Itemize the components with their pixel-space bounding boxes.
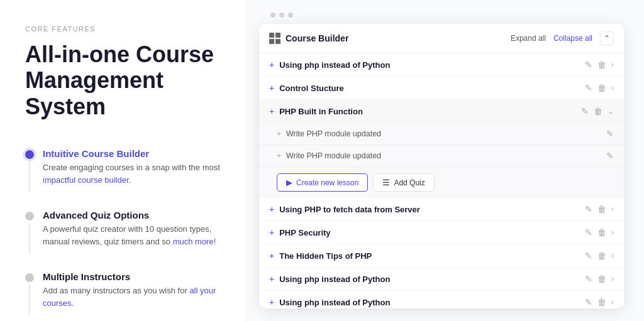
plus-icon-3: + bbox=[269, 106, 274, 116]
chevron-right-5[interactable]: › bbox=[611, 228, 614, 237]
feature-dot-1 bbox=[25, 150, 34, 159]
list-item: + Write PHP module updated ✎ bbox=[259, 123, 624, 145]
feature-line-3 bbox=[29, 285, 30, 315]
feature-dot-col-1 bbox=[25, 148, 34, 192]
edit-icon-8[interactable]: ✎ bbox=[585, 297, 592, 307]
chevron-right-2[interactable]: › bbox=[611, 84, 614, 92]
feature-desc-2: A powerful quiz creator with 10 question… bbox=[43, 223, 220, 248]
collapse-btn[interactable]: ⌃ bbox=[600, 31, 614, 45]
row-title-5: PHP Security bbox=[279, 228, 580, 237]
table-row: + Using PHP to fetch data from Server ✎ … bbox=[259, 198, 624, 221]
delete-icon-2[interactable]: 🗑 bbox=[597, 83, 606, 93]
feature-dot-3 bbox=[25, 273, 34, 282]
browser-dot-3 bbox=[288, 13, 293, 18]
sub-row-title-1: Write PHP module updated bbox=[286, 129, 601, 138]
feature-content-2: Advanced Quiz Options A powerful quiz cr… bbox=[43, 210, 220, 254]
create-lesson-button[interactable]: ▶ Create new lesson bbox=[277, 173, 368, 192]
table-row: + Using php instead of Python ✎ 🗑 › bbox=[259, 53, 624, 77]
table-row: + The Hidden Tips of PHP ✎ 🗑 › bbox=[259, 244, 624, 268]
table-row: + Using php instead of Python ✎ 🗑 › bbox=[259, 268, 624, 291]
cb-header-right: Expand all Collapse all ⌃ bbox=[511, 31, 614, 45]
browser-dot-1 bbox=[270, 13, 275, 18]
delete-icon-6[interactable]: 🗑 bbox=[597, 251, 606, 261]
feature-dot-2 bbox=[25, 212, 34, 220]
core-features-label: CORE FEATURES bbox=[25, 25, 220, 33]
edit-icon-6[interactable]: ✎ bbox=[585, 251, 592, 261]
feature-item-quiz[interactable]: Advanced Quiz Options A powerful quiz cr… bbox=[25, 201, 220, 263]
feature-item-intuitive[interactable]: Intuitive Course Builder Create engaging… bbox=[25, 139, 220, 201]
row-title-2: Control Stucture bbox=[279, 84, 580, 93]
row-title-3: PHP Built in Function bbox=[279, 107, 576, 116]
edit-icon-7[interactable]: ✎ bbox=[585, 274, 592, 284]
feature-item-instructors[interactable]: Multiple Instructors Add as many instruc… bbox=[25, 263, 220, 321]
cb-title: Course Builder bbox=[286, 33, 348, 43]
chevron-down-3[interactable]: ⌄ bbox=[608, 107, 614, 116]
row-actions-1: ✎ 🗑 › bbox=[585, 60, 614, 70]
feature-desc-highlight-1: impactful course builder. bbox=[43, 175, 131, 185]
feature-content-1: Intuitive Course Builder Create engaging… bbox=[43, 148, 220, 192]
row-title-1: Using php instead of Python bbox=[279, 60, 580, 70]
sub-edit-icon-1[interactable]: ✎ bbox=[606, 129, 614, 139]
row-title-6: The Hidden Tips of PHP bbox=[279, 251, 580, 261]
row-actions-6: ✎ 🗑 › bbox=[585, 251, 614, 261]
expand-all-link[interactable]: Expand all bbox=[511, 34, 546, 43]
delete-icon-5[interactable]: 🗑 bbox=[597, 227, 606, 237]
feature-dot-col-2 bbox=[25, 210, 34, 254]
feature-line-2 bbox=[29, 223, 30, 254]
edit-icon-1[interactable]: ✎ bbox=[585, 60, 592, 70]
plus-icon-7: + bbox=[269, 274, 274, 284]
sub-row-actions-2: ✎ bbox=[606, 151, 614, 161]
sub-edit-icon-2[interactable]: ✎ bbox=[606, 151, 614, 161]
quiz-icon: ☰ bbox=[382, 178, 390, 187]
list-item: + Write PHP module updated ✎ bbox=[259, 145, 624, 167]
plus-icon-8: + bbox=[269, 297, 274, 307]
sub-row-title-2: Write PHP module updated bbox=[286, 151, 601, 160]
delete-icon-3[interactable]: 🗑 bbox=[594, 106, 602, 116]
chevron-right-8[interactable]: › bbox=[611, 298, 614, 307]
plus-icon-1: + bbox=[269, 60, 274, 70]
browser-dot-2 bbox=[279, 13, 284, 18]
collapse-all-link[interactable]: Collapse all bbox=[553, 34, 592, 43]
delete-icon-8[interactable]: 🗑 bbox=[597, 297, 606, 307]
chevron-right-7[interactable]: › bbox=[611, 275, 614, 283]
course-builder-card: Course Builder Expand all Collapse all ⌃… bbox=[259, 24, 624, 308]
sub-plus-icon-2: + bbox=[277, 151, 281, 160]
delete-icon-7[interactable]: 🗑 bbox=[597, 274, 606, 284]
sub-actions-row: ▶ Create new lesson ☰ Add Quiz bbox=[259, 167, 624, 198]
row-actions-5: ✎ 🗑 › bbox=[585, 227, 614, 237]
row-title-8: Using php instead of Python bbox=[279, 298, 580, 307]
create-lesson-label: Create new lesson bbox=[296, 178, 358, 187]
add-quiz-button[interactable]: ☰ Add Quiz bbox=[373, 173, 434, 192]
feature-desc-highlight-2: much more! bbox=[173, 237, 216, 246]
delete-icon-4[interactable]: 🗑 bbox=[597, 204, 606, 214]
feature-title-2: Advanced Quiz Options bbox=[43, 210, 220, 220]
lesson-icon: ▶ bbox=[286, 178, 292, 187]
row-title-4: Using PHP to fetch data from Server bbox=[279, 205, 580, 214]
main-title: All-in-one Course Management System bbox=[25, 41, 220, 119]
grid-icon bbox=[269, 33, 280, 44]
delete-icon-1[interactable]: 🗑 bbox=[597, 60, 606, 70]
right-panel: Course Builder Expand all Collapse all ⌃… bbox=[245, 0, 644, 321]
plus-icon-5: + bbox=[269, 227, 274, 237]
expanded-section: + Write PHP module updated ✎ + Write PHP… bbox=[259, 123, 624, 198]
table-row: + Using php instead of Python ✎ 🗑 › bbox=[259, 291, 624, 308]
sub-plus-icon-1: + bbox=[277, 129, 281, 138]
feature-desc-highlight-3: all your courses. bbox=[43, 286, 216, 308]
plus-icon-4: + bbox=[269, 204, 274, 214]
row-actions-3: ✎ 🗑 ⌄ bbox=[581, 106, 614, 116]
plus-icon-2: + bbox=[269, 83, 274, 93]
chevron-right-4[interactable]: › bbox=[611, 205, 614, 214]
edit-icon-5[interactable]: ✎ bbox=[585, 227, 592, 237]
cb-header: Course Builder Expand all Collapse all ⌃ bbox=[259, 24, 624, 53]
edit-icon-3[interactable]: ✎ bbox=[581, 106, 589, 116]
browser-dots bbox=[270, 13, 293, 18]
feature-title-3: Multiple Instructors bbox=[43, 271, 220, 282]
edit-icon-4[interactable]: ✎ bbox=[585, 204, 592, 214]
feature-desc-1: Create engaging courses in a snap with t… bbox=[43, 161, 220, 186]
row-actions-7: ✎ 🗑 › bbox=[585, 274, 614, 284]
add-quiz-label: Add Quiz bbox=[394, 178, 425, 187]
edit-icon-2[interactable]: ✎ bbox=[585, 83, 592, 93]
table-row: + PHP Security ✎ 🗑 › bbox=[259, 221, 624, 244]
chevron-right-1[interactable]: › bbox=[611, 60, 614, 69]
chevron-right-6[interactable]: › bbox=[611, 251, 614, 260]
